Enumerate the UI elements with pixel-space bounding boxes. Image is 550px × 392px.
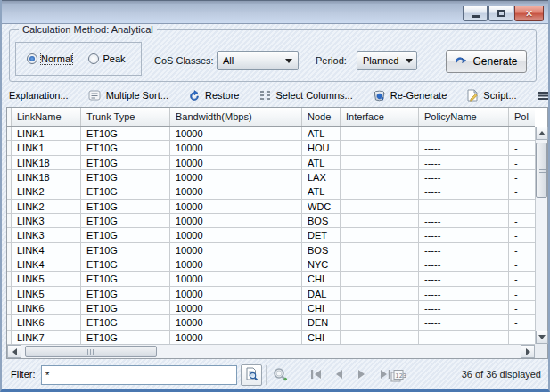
table-cell[interactable]: ET10G (81, 141, 170, 154)
table-cell[interactable]: ET10G (81, 214, 170, 227)
table-row[interactable]: LINK1ET10G10000HOU------ (7, 141, 535, 155)
table-row[interactable]: LINK7ET10G10000CHI------ (7, 331, 535, 344)
apply-filter-button[interactable] (241, 364, 262, 386)
table-cell[interactable]: 10000 (170, 331, 302, 344)
table-cell[interactable]: LINK1 (12, 127, 81, 140)
table-row[interactable]: LINK2ET10G10000WDC------ (7, 200, 535, 214)
scroll-left-button[interactable] (7, 345, 21, 358)
table-cell[interactable]: ATL (302, 127, 341, 140)
table-cell[interactable]: LINK3 (12, 214, 81, 227)
maximize-button[interactable] (488, 6, 513, 21)
table-cell[interactable]: 10000 (170, 156, 302, 169)
table-cell[interactable]: ET10G (81, 272, 170, 285)
table-cell[interactable]: ET10G (81, 170, 170, 184)
table-cell[interactable]: ----- (419, 228, 509, 241)
table-cell[interactable]: - (509, 315, 535, 329)
table-cell[interactable]: 10000 (170, 170, 302, 184)
table-cell[interactable]: LINK4 (12, 243, 81, 257)
restore-button[interactable]: Restore (188, 90, 240, 102)
table-cell[interactable]: LINK18 (12, 156, 81, 169)
table-cell[interactable]: - (509, 184, 535, 198)
table-cell[interactable]: LINK2 (12, 184, 81, 198)
table-cell[interactable]: ET10G (81, 331, 170, 344)
table-cell[interactable]: ET10G (81, 257, 170, 271)
table-cell[interactable]: LINK7 (12, 331, 81, 344)
table-cell[interactable]: LINK4 (12, 257, 81, 271)
table-cell[interactable]: LAX (302, 170, 341, 184)
table-cell[interactable] (341, 214, 419, 227)
table-row[interactable]: LINK4ET10G10000BOS------ (7, 243, 535, 257)
script-button[interactable]: Script... (466, 89, 516, 102)
table-cell[interactable]: - (509, 272, 535, 285)
table-cell[interactable]: ----- (419, 243, 509, 257)
table-row[interactable]: LINK6ET10G10000CHI------ (7, 301, 535, 315)
table-cell[interactable]: 10000 (170, 243, 302, 257)
title-bar[interactable]: ✕ (0, 0, 550, 24)
table-cell[interactable]: ----- (419, 331, 509, 344)
table-cell[interactable]: ET10G (81, 243, 170, 257)
table-cell[interactable]: CHI (302, 301, 341, 314)
column-header-bandwidth-mbps-[interactable]: Bandwidth(Mbps) (170, 108, 302, 126)
minimize-button[interactable] (463, 6, 488, 21)
table-row[interactable]: LINK18ET10G10000LAX------ (7, 170, 535, 184)
table-row[interactable]: LINK5ET10G10000DAL------ (7, 287, 535, 301)
table-cell[interactable]: 10000 (170, 301, 302, 314)
table-cell[interactable]: ET10G (81, 184, 170, 198)
first-page-button[interactable] (308, 367, 323, 381)
table-row[interactable]: LINK4ET10G10000NYC------ (7, 257, 535, 272)
table-cell[interactable]: ----- (419, 170, 509, 184)
table-cell[interactable]: LINK5 (12, 272, 81, 285)
table-cell[interactable] (341, 301, 419, 314)
normal-radio[interactable]: Normal (27, 53, 72, 64)
table-cell[interactable] (341, 272, 419, 285)
previous-page-button[interactable] (332, 367, 346, 381)
table-cell[interactable]: 10000 (170, 315, 302, 329)
column-header-pol[interactable]: Pol (509, 108, 535, 126)
column-header-trunk-type[interactable]: Trunk Type (81, 108, 170, 126)
table-cell[interactable]: - (509, 228, 535, 241)
generate-button[interactable]: Generate (446, 50, 527, 73)
horizontal-scroll-thumb[interactable] (25, 346, 157, 357)
table-cell[interactable]: - (509, 170, 535, 184)
table-cell[interactable]: - (509, 200, 535, 213)
peak-radio[interactable]: Peak (88, 53, 125, 64)
table-cell[interactable]: ----- (419, 141, 509, 154)
table-cell[interactable]: - (509, 301, 535, 314)
column-header-policyname[interactable]: PolicyName (419, 108, 509, 126)
table-cell[interactable]: ----- (419, 127, 509, 140)
table-cell[interactable]: 10000 (170, 200, 302, 213)
table-row[interactable]: LINK6ET10G10000DEN------ (7, 315, 535, 330)
filter-input[interactable] (41, 365, 237, 385)
toolbar-menu-button[interactable] (537, 91, 550, 101)
table-cell[interactable]: LINK2 (12, 200, 81, 213)
table-cell[interactable]: DEN (302, 315, 341, 329)
table-cell[interactable]: ET10G (81, 301, 170, 314)
table-row[interactable]: LINK18ET10G10000ATL------ (7, 156, 535, 170)
table-cell[interactable]: ET10G (81, 228, 170, 241)
table-cell[interactable]: CHI (302, 272, 341, 285)
table-cell[interactable]: 10000 (170, 214, 302, 227)
table-cell[interactable]: DET (302, 228, 341, 241)
table-cell[interactable]: 10000 (170, 287, 302, 300)
table-cell[interactable] (341, 170, 419, 184)
table-cell[interactable] (341, 228, 419, 241)
explanation-button[interactable]: Explanation... (9, 90, 69, 101)
table-cell[interactable]: ----- (419, 315, 509, 329)
table-cell[interactable]: NYC (302, 257, 341, 271)
table-cell[interactable]: - (509, 287, 535, 300)
table-cell[interactable] (341, 127, 419, 140)
table-cell[interactable]: ET10G (81, 200, 170, 213)
next-page-button[interactable] (355, 367, 369, 381)
table-cell[interactable]: 10000 (170, 141, 302, 154)
table-cell[interactable]: BOS (302, 243, 341, 257)
table-row[interactable]: LINK2ET10G10000ATL------ (7, 184, 535, 199)
table-cell[interactable]: ATL (302, 184, 341, 198)
table-cell[interactable]: ATL (302, 156, 341, 169)
table-cell[interactable]: ----- (419, 287, 509, 300)
table-cell[interactable]: LINK5 (12, 287, 81, 300)
vertical-scroll-thumb[interactable] (536, 143, 547, 198)
table-cell[interactable]: - (509, 141, 535, 154)
table-cell[interactable]: LINK18 (12, 170, 81, 184)
re-generate-button[interactable]: Re-Generate (373, 90, 447, 102)
table-cell[interactable] (341, 287, 419, 300)
